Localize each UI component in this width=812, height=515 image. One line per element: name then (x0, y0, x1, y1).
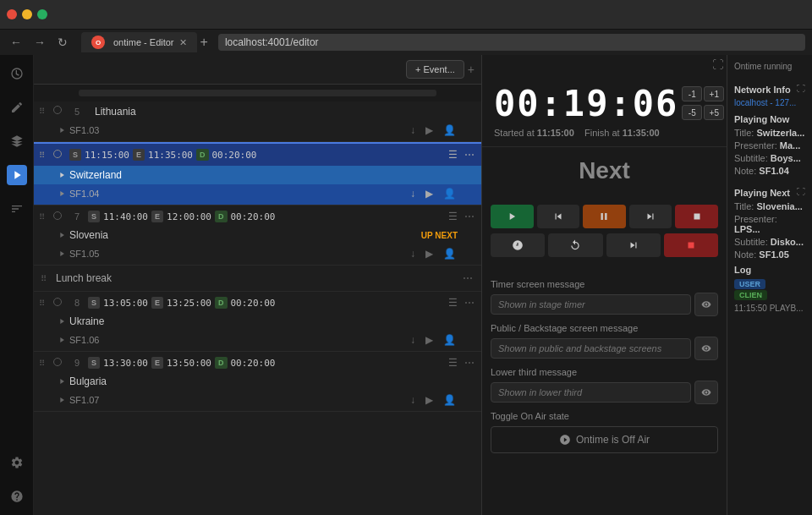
event-title: Bulgaria (58, 375, 107, 387)
forward-button[interactable]: → (30, 34, 49, 51)
timer-panel: ⛶ 00:19:06 Started at 11:15:00 Finish at… (482, 55, 727, 515)
event-row-5-main[interactable]: ⠿ 5 Lithuania (34, 101, 481, 121)
user-btn[interactable]: 👤 (442, 332, 458, 348)
event-row-8-main[interactable]: ⠿ 8 S 13:05:00 E 13:25:00 D 00:20:00 ☰ ⋯ (34, 292, 481, 314)
user-btn[interactable]: 👤 (442, 392, 458, 408)
download-btn[interactable]: ↓ (409, 123, 417, 138)
timer-message-input[interactable] (491, 294, 691, 315)
options-btn[interactable]: ☰ (447, 209, 459, 224)
refresh-button[interactable]: ↻ (54, 34, 71, 51)
panel-header: ⛶ (482, 55, 727, 74)
event-row-9-main[interactable]: ⠿ 9 S 13:30:00 E 13:50:00 D 00:20:00 ☰ ⋯ (34, 352, 481, 374)
rewind-button[interactable] (537, 205, 580, 228)
options-btn[interactable]: ☰ (447, 355, 459, 370)
play-button[interactable] (491, 205, 534, 228)
sub-code: SF1.07 (58, 395, 99, 405)
timer-message-input-row (491, 293, 718, 316)
skip-forward-button[interactable] (606, 233, 661, 257)
minus1-btn[interactable]: -1 (682, 86, 702, 101)
event-row-9-sub: Bulgaria (34, 374, 481, 391)
options-btn[interactable]: ☰ (447, 147, 459, 162)
sidebar-icon-sliders[interactable] (7, 199, 27, 219)
play-btn[interactable]: ▶ (424, 186, 435, 201)
options-btn[interactable]: ☰ (447, 295, 459, 310)
end-time: 11:35:00 (148, 150, 193, 161)
play-btn[interactable]: ▶ (424, 246, 435, 261)
lower-third-eye-button[interactable] (694, 381, 718, 404)
forward-button[interactable] (629, 205, 672, 228)
event-row-6-main[interactable]: ⠿ S 11:15:00 E 11:35:00 D 00:20:00 ☰ ⋯ (34, 142, 481, 166)
timer-eye-button[interactable] (694, 293, 718, 316)
end-badge: E (151, 211, 163, 222)
url-input[interactable] (218, 34, 805, 51)
more-btn[interactable]: ⋯ (463, 355, 476, 370)
user-btn[interactable]: 👤 (442, 123, 458, 138)
end-time: 13:25:00 (167, 298, 211, 309)
play-btn[interactable]: ▶ (424, 123, 435, 138)
expand-btn[interactable]: ⛶ (712, 58, 723, 71)
download-btn[interactable]: ↓ (409, 392, 417, 408)
skip-icon (52, 297, 66, 310)
expand-next-btn[interactable]: ⛶ (797, 187, 805, 196)
drag-handle[interactable]: ⠿ (39, 107, 49, 116)
user-btn[interactable]: 👤 (442, 186, 458, 201)
event-code: SF1.03 (58, 125, 99, 135)
add-event-button[interactable]: + Event... (406, 60, 464, 79)
pause-button[interactable] (583, 205, 626, 228)
expand-button[interactable]: + (468, 60, 475, 79)
svg-point-4 (54, 358, 62, 365)
expand-right-btn[interactable]: ⛶ (797, 84, 805, 93)
drag-handle[interactable]: ⠿ (39, 299, 49, 308)
download-btn[interactable]: ↓ (409, 186, 417, 201)
play-btn[interactable]: ▶ (424, 392, 435, 408)
user-btn[interactable]: 👤 (442, 246, 458, 261)
download-btn[interactable]: ↓ (409, 332, 417, 348)
drag-handle[interactable]: ⠿ (41, 274, 51, 283)
sidebar-icon-power[interactable] (7, 63, 27, 84)
more-btn[interactable]: ⋯ (463, 295, 476, 310)
back-button[interactable]: ← (7, 34, 25, 51)
event-code: Slovenia (58, 229, 108, 241)
minus5-btn[interactable]: -5 (682, 105, 702, 120)
more-btn[interactable]: ⋯ (463, 209, 476, 224)
lower-third-input[interactable] (491, 382, 691, 403)
plus1-btn[interactable]: +1 (704, 86, 724, 101)
sidebar-icon-edit[interactable] (7, 97, 27, 118)
event-number: 5 (69, 107, 85, 117)
public-message-input[interactable] (491, 338, 691, 359)
reload-button[interactable] (548, 233, 602, 257)
new-tab-button[interactable]: + (200, 35, 208, 50)
start-time: 13:05:00 (103, 298, 148, 309)
more-btn[interactable]: ⋯ (461, 271, 475, 286)
timer-message-group: Timer screen message (491, 279, 718, 316)
drag-handle[interactable]: ⠿ (39, 212, 49, 222)
event-number: 7 (69, 211, 85, 222)
clock-button[interactable] (491, 233, 545, 257)
stop-button[interactable] (675, 205, 718, 228)
event-list: + Event... + ⠿ 5 Lithuania SF1.03 (34, 55, 482, 515)
playing-now-title: Playing Now (734, 114, 805, 124)
more-btn[interactable]: ⋯ (463, 147, 476, 162)
event-row-7-sub: Slovenia UP NEXT (34, 227, 481, 244)
public-eye-button[interactable] (694, 337, 718, 360)
toggle-air-button[interactable]: Ontime is Off Air (491, 426, 718, 453)
duration-badge: D (196, 149, 209, 161)
event-row-6-actions: ↓ ▶ 👤 (409, 186, 458, 201)
tab-close[interactable]: ✕ (179, 37, 187, 48)
sidebar-icon-layers[interactable] (7, 131, 27, 151)
plus5-btn[interactable]: +5 (704, 105, 724, 120)
scroll-hint (34, 85, 481, 101)
event-row-7-main[interactable]: ⠿ 7 S 11:40:00 E 12:00:00 D 00:20:00 ☰ ⋯ (34, 205, 481, 227)
app-container: + Event... + ⠿ 5 Lithuania SF1.03 (0, 55, 812, 515)
sidebar-icon-help[interactable] (7, 486, 27, 507)
drag-handle[interactable]: ⠿ (39, 359, 49, 368)
play-btn[interactable]: ▶ (424, 332, 435, 348)
drag-handle[interactable]: ⠿ (39, 151, 49, 160)
browser-tab[interactable]: O ontime - Editor ✕ (81, 32, 197, 52)
sidebar-icon-play[interactable] (7, 165, 27, 185)
svg-point-0 (54, 107, 62, 114)
playing-now-title-field: Title: Switzerla... (734, 128, 805, 138)
red-square-button[interactable] (664, 233, 718, 257)
sidebar-icon-settings[interactable] (7, 452, 27, 473)
download-btn[interactable]: ↓ (409, 246, 417, 261)
